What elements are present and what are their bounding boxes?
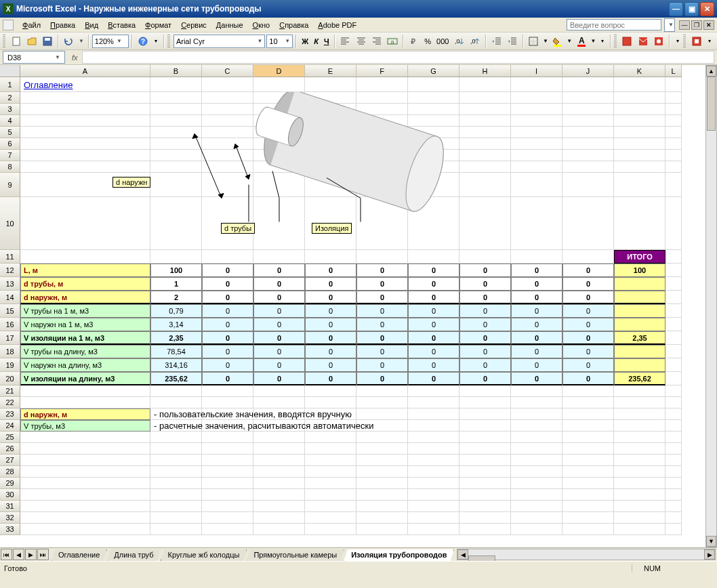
hscroll-thumb[interactable] bbox=[468, 555, 495, 562]
toolbar-grip[interactable] bbox=[614, 35, 617, 48]
menu-adobe pdf[interactable]: Adobe PDF bbox=[313, 20, 361, 30]
menu-правка[interactable]: Правка bbox=[45, 20, 80, 30]
cell-A12[interactable]: L, м bbox=[20, 264, 150, 277]
cell-A18[interactable]: V трубы на длину, м3 bbox=[20, 345, 150, 358]
cell-A17[interactable]: V изоляции на 1 м, м3 bbox=[20, 331, 150, 345]
cell-E17[interactable]: 0 bbox=[305, 331, 356, 345]
currency-button[interactable]: ₽ bbox=[407, 34, 421, 49]
row-header-5[interactable]: 5 bbox=[0, 127, 20, 138]
align-center-button[interactable] bbox=[354, 34, 368, 49]
cell-H17[interactable]: 0 bbox=[459, 331, 511, 345]
cell-I13[interactable]: 0 bbox=[511, 277, 562, 291]
col-header-J[interactable]: J bbox=[562, 65, 614, 77]
cell-D18[interactable]: 0 bbox=[253, 345, 305, 358]
cell-B23[interactable]: - пользовательские значения, вводятся вр… bbox=[150, 408, 459, 420]
cells-area[interactable]: Оглавлениеd наружнd трубыИзоляцияИТОГОL,… bbox=[20, 77, 705, 547]
font-combo[interactable]: Arial Cyr▼ bbox=[173, 35, 265, 48]
cell-F15[interactable]: 0 bbox=[356, 304, 408, 318]
cell-A1[interactable]: Оглавление bbox=[20, 77, 150, 92]
cell-J19[interactable]: 0 bbox=[562, 358, 614, 372]
cell-C12[interactable]: 0 bbox=[202, 264, 253, 277]
select-all-corner[interactable] bbox=[0, 65, 20, 77]
help-button[interactable]: ? bbox=[136, 34, 150, 49]
doc-restore-button[interactable]: ❐ bbox=[691, 20, 702, 30]
cell-F13[interactable]: 0 bbox=[356, 277, 408, 291]
font-color-button[interactable]: A bbox=[574, 34, 588, 49]
cell-A14[interactable]: d наружн, м bbox=[20, 291, 150, 304]
row-header-29[interactable]: 29 bbox=[0, 478, 20, 489]
row-header-2[interactable]: 2 bbox=[0, 92, 20, 104]
row-header-17[interactable]: 17 bbox=[0, 331, 20, 345]
cell-J13[interactable]: 0 bbox=[562, 277, 614, 291]
row-header-1[interactable]: 1 bbox=[0, 77, 20, 92]
maximize-button[interactable]: ▣ bbox=[684, 2, 699, 16]
row-header-30[interactable]: 30 bbox=[0, 489, 20, 501]
italic-button[interactable]: К bbox=[312, 34, 321, 49]
doc-close-button[interactable]: ✕ bbox=[703, 20, 714, 30]
col-header-B[interactable]: B bbox=[150, 65, 202, 77]
row-header-23[interactable]: 23 bbox=[0, 408, 20, 420]
open-button[interactable] bbox=[24, 34, 39, 49]
row-header-16[interactable]: 16 bbox=[0, 318, 20, 331]
cell-D17[interactable]: 0 bbox=[253, 331, 305, 345]
bold-button[interactable]: Ж bbox=[300, 34, 310, 49]
toolbar-options[interactable]: ▾ bbox=[151, 34, 161, 49]
cell-K20[interactable]: 235,62 bbox=[614, 372, 665, 385]
cell-D20[interactable]: 0 bbox=[253, 372, 305, 385]
cell-G14[interactable]: 0 bbox=[408, 291, 459, 304]
cell-E16[interactable]: 0 bbox=[305, 318, 356, 331]
cell-C19[interactable]: 0 bbox=[202, 358, 253, 372]
cell-I14[interactable]: 0 bbox=[511, 291, 562, 304]
row-header-11[interactable]: 11 bbox=[0, 250, 20, 264]
menu-окно[interactable]: Окно bbox=[248, 20, 275, 30]
menu-вид[interactable]: Вид bbox=[80, 20, 103, 30]
row-header-14[interactable]: 14 bbox=[0, 291, 20, 304]
row-header-24[interactable]: 24 bbox=[0, 420, 20, 432]
cell-I20[interactable]: 0 bbox=[511, 372, 562, 385]
undo-button[interactable] bbox=[62, 34, 76, 49]
row-header-19[interactable]: 19 bbox=[0, 358, 20, 372]
cell-E20[interactable]: 0 bbox=[305, 372, 356, 385]
row-header-15[interactable]: 15 bbox=[0, 304, 20, 318]
cell-F20[interactable]: 0 bbox=[356, 372, 408, 385]
row-header-33[interactable]: 33 bbox=[0, 524, 20, 535]
cell-K11[interactable]: ИТОГО bbox=[614, 250, 665, 264]
pdf-review-button[interactable] bbox=[651, 34, 665, 49]
scroll-down-button[interactable]: ▼ bbox=[706, 536, 716, 547]
cell-J15[interactable]: 0 bbox=[562, 304, 614, 318]
zoom-combo[interactable]: 120%▼ bbox=[92, 35, 129, 48]
cell-K13[interactable] bbox=[614, 277, 665, 291]
cell-J14[interactable]: 0 bbox=[562, 291, 614, 304]
col-header-K[interactable]: K bbox=[614, 65, 665, 77]
cell-B24[interactable]: - расчетные значения, расчитываются авто… bbox=[150, 420, 459, 432]
cell-E19[interactable]: 0 bbox=[305, 358, 356, 372]
cell-B19[interactable]: 314,16 bbox=[150, 358, 202, 372]
pdf-convert-button[interactable] bbox=[620, 34, 634, 49]
cell-A24[interactable]: V трубы, м3 bbox=[20, 420, 150, 432]
row-header-4[interactable]: 4 bbox=[0, 115, 20, 127]
cell-G13[interactable]: 0 bbox=[408, 277, 459, 291]
cell-D19[interactable]: 0 bbox=[253, 358, 305, 372]
scroll-right-button[interactable]: ▶ bbox=[704, 549, 715, 560]
cell-K14[interactable] bbox=[614, 291, 665, 304]
toolbar-grip[interactable] bbox=[683, 35, 686, 48]
tab-nav-3[interactable]: ⏭ bbox=[37, 549, 49, 560]
sheet-tab-2[interactable]: Круглые жб колодцы bbox=[161, 549, 247, 562]
cell-I18[interactable]: 0 bbox=[511, 345, 562, 358]
cell-F16[interactable]: 0 bbox=[356, 318, 408, 331]
menu-сервис[interactable]: Сервис bbox=[176, 20, 211, 30]
percent-button[interactable]: % bbox=[422, 34, 433, 49]
cell-C20[interactable]: 0 bbox=[202, 372, 253, 385]
row-header-32[interactable]: 32 bbox=[0, 512, 20, 524]
cell-H15[interactable]: 0 bbox=[459, 304, 511, 318]
formula-input[interactable] bbox=[82, 51, 714, 64]
cell-H12[interactable]: 0 bbox=[459, 264, 511, 277]
fx-label[interactable]: fx bbox=[72, 54, 78, 62]
cell-K16[interactable] bbox=[614, 318, 665, 331]
row-header-8[interactable]: 8 bbox=[0, 161, 20, 173]
cell-D13[interactable]: 0 bbox=[253, 277, 305, 291]
toolbar-grip[interactable] bbox=[3, 35, 5, 48]
row-header-27[interactable]: 27 bbox=[0, 455, 20, 466]
decrease-decimal-button[interactable]: ,0 bbox=[468, 34, 483, 49]
col-header-D[interactable]: D bbox=[253, 65, 305, 77]
